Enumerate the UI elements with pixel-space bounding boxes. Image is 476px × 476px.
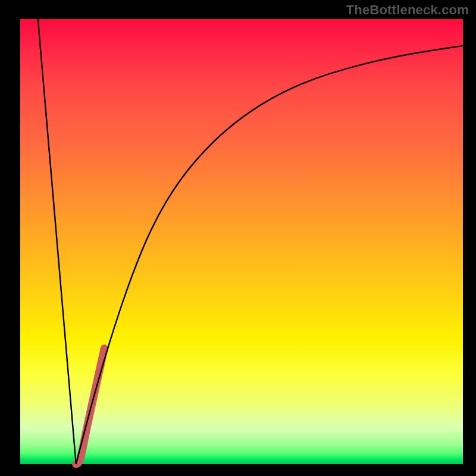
- watermark-text: TheBottleneck.com: [346, 2, 469, 18]
- plot-area: [20, 19, 463, 464]
- left-descent-line: [38, 19, 76, 464]
- chart-frame: TheBottleneck.com: [0, 0, 476, 476]
- chart-svg: [20, 19, 463, 464]
- right-curve-line: [76, 46, 463, 464]
